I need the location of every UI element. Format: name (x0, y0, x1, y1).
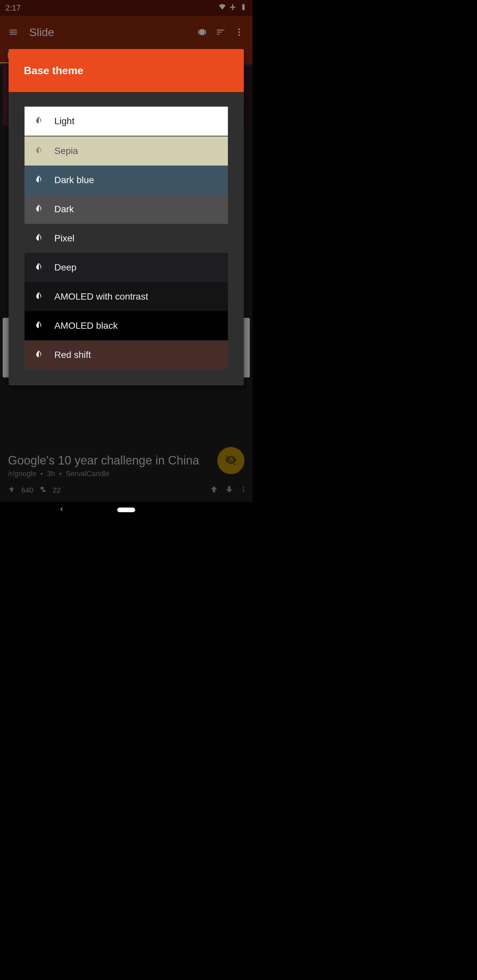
theme-label: Pixel (54, 233, 75, 244)
invert-icon (34, 290, 43, 303)
theme-option-amoled-black[interactable]: AMOLED black (24, 311, 228, 340)
theme-label: AMOLED black (54, 320, 118, 331)
theme-label: Light (54, 116, 75, 126)
theme-option-dark[interactable]: Dark (24, 195, 228, 224)
invert-icon (34, 115, 43, 128)
theme-label: Red shift (54, 350, 91, 360)
theme-list: Light Sepia Dark blue Dark Pixel Deep (24, 107, 228, 369)
invert-icon (34, 145, 43, 158)
theme-option-sepia[interactable]: Sepia (24, 137, 228, 165)
theme-option-dark-blue[interactable]: Dark blue (24, 165, 228, 195)
theme-label: Dark blue (54, 175, 94, 185)
theme-option-light[interactable]: Light (24, 107, 228, 136)
theme-option-red-shift[interactable]: Red shift (24, 340, 228, 369)
dialog-header: Base theme (9, 49, 244, 92)
system-nav-bar (0, 502, 252, 518)
invert-icon (34, 320, 43, 332)
theme-option-deep[interactable]: Deep (24, 253, 228, 282)
theme-option-amoled-contrast[interactable]: AMOLED with contrast (24, 282, 228, 311)
invert-icon (34, 174, 43, 187)
theme-label: Dark (54, 204, 74, 215)
dialog-title: Base theme (24, 65, 83, 77)
base-theme-dialog: Base theme Light Sepia Dark blue Dark Pi… (9, 49, 244, 385)
theme-option-pixel[interactable]: Pixel (24, 224, 228, 253)
theme-label: Sepia (54, 146, 78, 156)
invert-icon (34, 203, 43, 216)
home-pill[interactable] (117, 508, 135, 512)
invert-icon (34, 348, 43, 361)
invert-icon (34, 232, 43, 245)
invert-icon (34, 261, 43, 274)
back-icon[interactable] (59, 507, 64, 513)
theme-label: Deep (54, 262, 77, 273)
theme-label: AMOLED with contrast (54, 291, 148, 302)
